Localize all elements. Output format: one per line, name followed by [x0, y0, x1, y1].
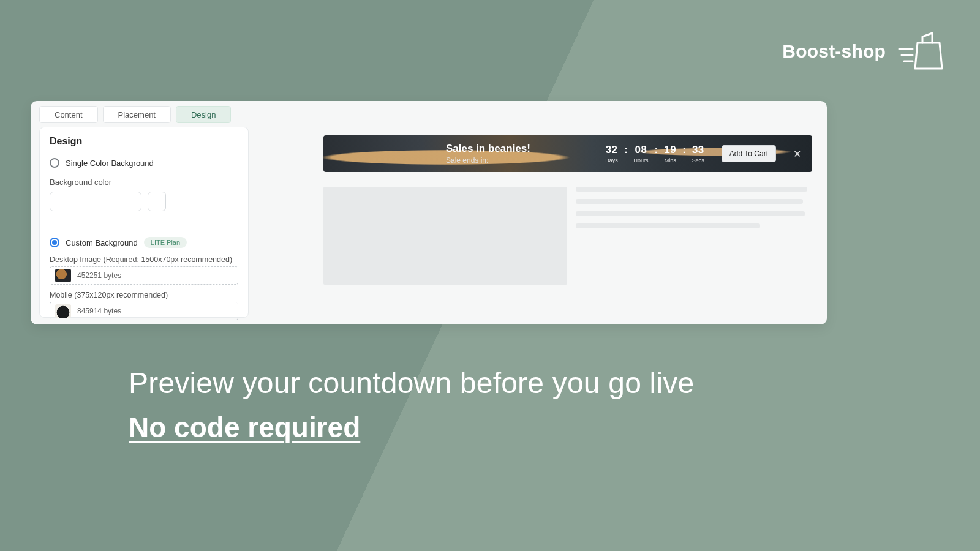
- radio-icon: [50, 238, 59, 247]
- cd-mins-label: Mins: [664, 157, 676, 163]
- cd-hours-label: Hours: [634, 157, 649, 163]
- banner-text: Sales in beanies! Sale ends in:: [446, 143, 530, 165]
- mobile-thumbnail-icon: [55, 304, 71, 318]
- skeleton-line: [576, 223, 760, 228]
- countdown-banner: Sales in beanies! Sale ends in: 32Days :…: [323, 135, 812, 172]
- cd-sep: :: [655, 144, 658, 156]
- headline-line1: Preview your countdown before you go liv…: [129, 366, 694, 400]
- tab-label: Placement: [118, 110, 156, 119]
- desktop-image-label: Desktop Image (Required: 1500x70px recom…: [50, 255, 238, 264]
- lite-plan-badge: LITE Plan: [144, 237, 187, 248]
- radio-label: Single Color Background: [66, 159, 154, 168]
- tab-content[interactable]: Content: [39, 106, 98, 123]
- app-window: Content Placement Design Design Single C…: [31, 101, 827, 324]
- radio-custom-background[interactable]: Custom Background LITE Plan: [50, 237, 238, 248]
- tab-design[interactable]: Design: [176, 106, 231, 123]
- cd-sep: :: [682, 144, 686, 156]
- desktop-thumbnail-icon: [55, 269, 71, 282]
- background-color-swatch[interactable]: [148, 192, 166, 211]
- desktop-image-dropzone[interactable]: 452251 bytes: [50, 266, 238, 285]
- button-label: Add To Cart: [729, 149, 768, 158]
- skeleton-line: [576, 187, 807, 192]
- background-color-label: Background color: [50, 178, 238, 187]
- banner-subtitle: Sale ends in:: [446, 156, 530, 165]
- cd-hours: 08: [634, 144, 649, 156]
- design-panel: Design Single Color Background Backgroun…: [39, 127, 249, 318]
- cd-secs: 33: [692, 144, 704, 156]
- background-color-row: [50, 192, 238, 211]
- tab-label: Content: [55, 110, 83, 119]
- skeleton-line: [576, 199, 803, 204]
- mobile-image-label: Mobile (375x120px recommended): [50, 291, 238, 299]
- skeleton-image: [323, 187, 567, 285]
- banner-right: 32Days : 08Hours : 19Mins : 33Secs Add T…: [605, 144, 801, 163]
- skeleton-text: [576, 187, 812, 236]
- banner-title: Sales in beanies!: [446, 143, 530, 155]
- shopping-bag-speed-icon: [897, 31, 944, 72]
- tab-label: Design: [191, 110, 216, 119]
- mobile-image-bytes: 845914 bytes: [77, 307, 121, 315]
- radio-icon: [50, 158, 59, 168]
- skeleton-line: [576, 211, 805, 216]
- cd-days: 32: [605, 144, 618, 156]
- background-color-input[interactable]: [50, 192, 141, 211]
- cd-mins: 19: [664, 144, 676, 156]
- preview-area: Sales in beanies! Sale ends in: 32Days :…: [263, 127, 818, 316]
- cd-sep: :: [624, 144, 628, 156]
- close-icon[interactable]: ✕: [793, 148, 801, 160]
- promo-headline: Preview your countdown before you go liv…: [129, 366, 694, 444]
- cd-secs-label: Secs: [692, 157, 704, 163]
- promo-stage: Boost-shop Content Placement Design Desi…: [0, 0, 980, 551]
- brand-name: Boost-shop: [782, 41, 886, 62]
- cd-days-label: Days: [605, 157, 618, 163]
- mobile-image-dropzone[interactable]: 845914 bytes: [50, 302, 238, 320]
- panel-heading: Design: [50, 136, 238, 147]
- radio-single-color[interactable]: Single Color Background: [50, 158, 238, 168]
- radio-label: Custom Background: [66, 238, 138, 247]
- tab-placement[interactable]: Placement: [103, 106, 171, 123]
- desktop-image-bytes: 452251 bytes: [77, 271, 121, 280]
- editor-tabs: Content Placement Design: [39, 106, 231, 123]
- countdown-timer: 32Days : 08Hours : 19Mins : 33Secs: [605, 144, 704, 163]
- headline-line2: No code required: [129, 411, 694, 444]
- add-to-cart-button[interactable]: Add To Cart: [722, 145, 776, 162]
- brand-lockup: Boost-shop: [782, 31, 944, 72]
